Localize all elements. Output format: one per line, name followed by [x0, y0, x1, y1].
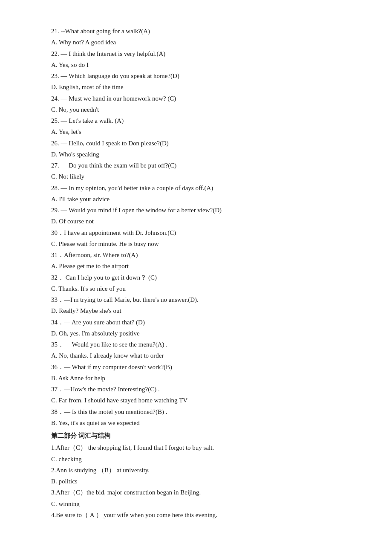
s2: 2.Ann is studying （B） at university. B. …: [51, 465, 341, 487]
q24-line1: 24. — Must we hand in our homework now? …: [51, 93, 341, 104]
q29-line1: 29. — Would you mind if I open the windo…: [51, 205, 341, 216]
q25: 25. — Let's take a walk. (A) A. Yes, let…: [51, 115, 341, 138]
q37-line2: C. Far from. I should have stayed home w…: [51, 395, 341, 406]
q22-line2: A. Yes, so do I: [51, 59, 341, 70]
q23-line2: D. English, most of the time: [51, 81, 341, 92]
q24: 24. — Must we hand in our homework now? …: [51, 93, 341, 116]
page-content: 21. --What about going for a walk?(A) A.…: [51, 26, 341, 520]
q30: 30．I have an appointment with Dr. Johnso…: [51, 227, 341, 250]
q31-line2: A. Please get me to the airport: [51, 260, 341, 272]
q26-line1: 26. — Hello, could I speak to Don please…: [51, 138, 341, 149]
q23: 23. — Which language do you speak at hom…: [51, 70, 341, 93]
q38: 38．— Is this the motel you mentioned?(B)…: [51, 406, 341, 429]
q33-line2: D. Really? Maybe she's out: [51, 305, 341, 316]
s3: 3.After（C）the bid, major construction be…: [51, 487, 341, 509]
q32-line1: 32． Can I help you to get it down？ (C): [51, 272, 341, 283]
q25-line1: 25. — Let's take a walk. (A): [51, 115, 341, 126]
s4-line1: 4.Be sure to（ A ） your wife when you com…: [51, 509, 341, 520]
q36-line1: 36．— What if my computer doesn't work?(B…: [51, 361, 341, 373]
q34: 34．— Are you sure about that? (D) D. Oh,…: [51, 317, 341, 339]
q38-line2: B. Yes, it's as quiet as we expected: [51, 417, 341, 428]
q22: 22. — I think the Internet is very helpf…: [51, 48, 341, 71]
q21-line2: A. Why not? A good idea: [51, 37, 341, 48]
section2-items: 1.After（C） the shopping list, I found th…: [51, 442, 341, 520]
q33-line1: 33．—I'm trying to call Marie, but there'…: [51, 294, 341, 305]
section2-header: 第二部分 词汇与结构: [51, 430, 341, 441]
q33: 33．—I'm trying to call Marie, but there'…: [51, 294, 341, 317]
q27-line1: 27. — Do you think the exam will be put …: [51, 160, 341, 171]
q22-line1: 22. — I think the Internet is very helpf…: [51, 48, 341, 59]
s2-line2: B. politics: [51, 476, 341, 487]
q36-line2: B. Ask Anne for help: [51, 373, 341, 384]
q21: 21. --What about going for a walk?(A) A.…: [51, 26, 341, 48]
q34-line2: D. Oh, yes. I'm absolutely positive: [51, 328, 341, 339]
q28: 28. — In my opinion, you'd better take a…: [51, 182, 341, 205]
q32: 32． Can I help you to get it down？ (C) C…: [51, 272, 341, 295]
q34-line1: 34．— Are you sure about that? (D): [51, 317, 341, 328]
q21-line1: 21. --What about going for a walk?(A): [51, 26, 341, 37]
q26: 26. — Hello, could I speak to Don please…: [51, 138, 341, 160]
q35-line2: A. No, thanks. I already know what to or…: [51, 350, 341, 361]
q37-line1: 37．—How's the movie? Interesting?(C) .: [51, 384, 341, 395]
questions-section: 21. --What about going for a walk?(A) A.…: [51, 26, 341, 428]
s4: 4.Be sure to（ A ） your wife when you com…: [51, 509, 341, 520]
q24-line2: C. No, you needn't: [51, 104, 341, 115]
q32-line2: C. Thanks. It's so nice of you: [51, 283, 341, 294]
q27: 27. — Do you think the exam will be put …: [51, 160, 341, 182]
q30-line2: C. Please wait for minute. He is busy no…: [51, 238, 341, 249]
s3-line2: C. winning: [51, 498, 341, 509]
s3-line1: 3.After（C）the bid, major construction be…: [51, 487, 341, 498]
q36: 36．— What if my computer doesn't work?(B…: [51, 361, 341, 384]
q27-line2: C. Not likely: [51, 171, 341, 182]
q29: 29. — Would you mind if I open the windo…: [51, 205, 341, 227]
q38-line1: 38．— Is this the motel you mentioned?(B)…: [51, 406, 341, 417]
s1-line1: 1.After（C） the shopping list, I found th…: [51, 442, 341, 453]
q23-line1: 23. — Which language do you speak at hom…: [51, 70, 341, 81]
q29-line2: D. Of course not: [51, 216, 341, 227]
q26-line2: D. Who's speaking: [51, 149, 341, 160]
q37: 37．—How's the movie? Interesting?(C) . C…: [51, 384, 341, 406]
q30-line1: 30．I have an appointment with Dr. Johnso…: [51, 227, 341, 238]
s1: 1.After（C） the shopping list, I found th…: [51, 442, 341, 465]
q31: 31．Afternoon, sir. Where to?(A) A. Pleas…: [51, 249, 341, 272]
q31-line1: 31．Afternoon, sir. Where to?(A): [51, 249, 341, 260]
s2-line1: 2.Ann is studying （B） at university.: [51, 465, 341, 476]
q28-line2: A. I'll take your advice: [51, 194, 341, 205]
q25-line2: A. Yes, let's: [51, 126, 341, 137]
q35-line1: 35．— Would you like to see the menu?(A) …: [51, 339, 341, 350]
s1-line2: C. checking: [51, 454, 341, 465]
q35: 35．— Would you like to see the menu?(A) …: [51, 339, 341, 361]
q28-line1: 28. — In my opinion, you'd better take a…: [51, 182, 341, 194]
